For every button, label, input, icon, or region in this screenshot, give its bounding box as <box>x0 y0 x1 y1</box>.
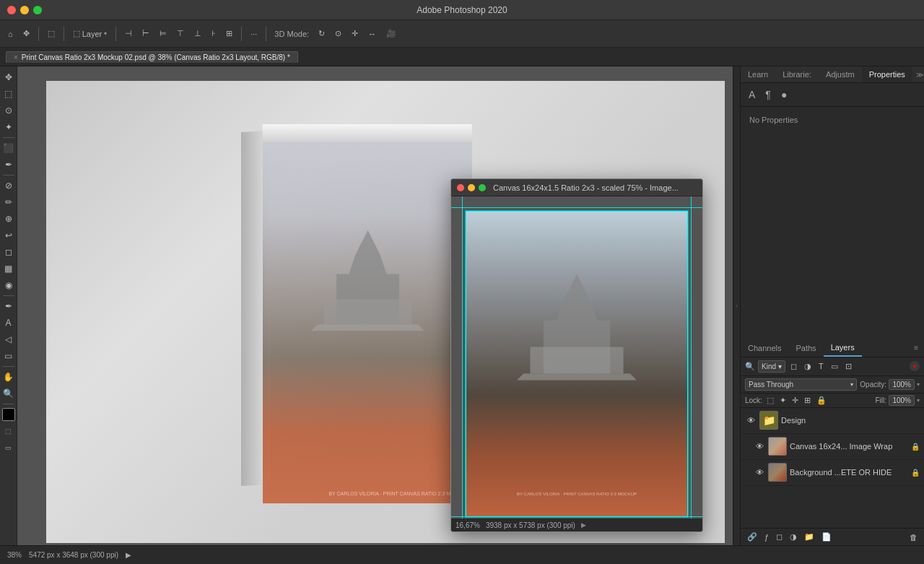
filter-toggle-btn[interactable]: ● <box>910 361 920 371</box>
channels-mask[interactable]: ⬚ <box>1 423 17 439</box>
select-tool[interactable]: ⬚ <box>1 86 17 102</box>
blur-tool[interactable]: ◉ <box>1 277 17 293</box>
align-extra-button[interactable]: ⊞ <box>222 27 236 40</box>
new-group-btn[interactable]: 📁 <box>802 531 816 543</box>
layer-visibility-toggle[interactable]: 👁 <box>754 441 765 452</box>
align-top-button[interactable]: ⊤ <box>173 27 188 40</box>
lock-all-btn[interactable]: 🔒 <box>815 395 828 406</box>
tab-close-button[interactable]: × <box>14 53 18 61</box>
align-center-v-button[interactable]: ⊥ <box>191 27 205 40</box>
layer-item[interactable]: 👁 Background ...ETE OR HIDE 🔒 <box>741 460 924 486</box>
history-tool[interactable]: ↩ <box>1 227 17 243</box>
align-right-button[interactable]: ⊨ <box>156 27 170 40</box>
document-tab[interactable]: × Print Canvas Ratio 2x3 Mockup 02.psd @… <box>6 51 298 63</box>
brush-tool[interactable]: ✏ <box>1 194 17 210</box>
filter-shape-btn[interactable]: ▭ <box>829 360 840 373</box>
add-mask-btn[interactable]: ◻ <box>774 531 785 543</box>
maximize-button[interactable] <box>33 6 42 14</box>
prop-text-btn[interactable]: A <box>746 87 757 102</box>
tab-layers[interactable]: Layers <box>824 339 862 357</box>
layers-expand-icon[interactable]: ≡ <box>908 340 924 355</box>
move-tool-button[interactable]: ✥ <box>19 27 33 40</box>
tab-paths[interactable]: Paths <box>788 340 823 356</box>
lock-position-btn[interactable]: ✛ <box>790 395 800 406</box>
crop-tool[interactable]: ⬛ <box>1 140 17 156</box>
layer-item[interactable]: 👁 📁 Design <box>741 408 924 434</box>
layer-item[interactable]: 👁 Canvas 16x24... Image Wrap 🔒 <box>741 434 924 460</box>
pen-tool[interactable]: ✒ <box>1 298 17 314</box>
3d-btn2[interactable]: ⊙ <box>331 27 345 40</box>
more-button[interactable]: ··· <box>247 27 261 40</box>
filter-type-btn[interactable]: T <box>816 360 826 372</box>
tab-channels[interactable]: Channels <box>741 340 788 356</box>
lock-artboard-btn[interactable]: ⊞ <box>803 395 812 406</box>
status-arrow[interactable]: ▶ <box>126 551 131 559</box>
3d-btn3[interactable]: ✛ <box>348 27 362 40</box>
filter-smart-btn[interactable]: ⊡ <box>843 360 854 373</box>
layer-visibility-toggle[interactable]: 👁 <box>754 467 765 478</box>
new-fill-btn[interactable]: ◑ <box>788 531 799 543</box>
healing-tool[interactable]: ⊘ <box>1 178 17 194</box>
zoom-tool[interactable]: 🔍 <box>1 386 17 402</box>
clone-tool[interactable]: ⊕ <box>1 211 17 227</box>
tool-separator <box>3 137 14 138</box>
move-tool[interactable]: ✥ <box>1 69 17 85</box>
floating-window-title: Canvas 16x24x1.5 Ratio 2x3 - scaled 75% … <box>493 183 697 192</box>
expand-icon[interactable]: ≫ <box>912 67 924 82</box>
3d-btn5[interactable]: 🎥 <box>383 27 400 40</box>
filter-adjust-btn[interactable]: ◑ <box>802 360 814 373</box>
lock-image-btn[interactable]: ✦ <box>778 395 788 406</box>
shape-tool[interactable]: ▭ <box>1 348 17 364</box>
eyedropper-tool[interactable]: ✒ <box>1 157 17 173</box>
screen-mode[interactable]: ▭ <box>1 440 17 456</box>
tab-properties[interactable]: Properties <box>862 66 912 82</box>
3d-mode-button[interactable]: ↻ <box>315 27 328 40</box>
close-button[interactable] <box>7 6 16 14</box>
prop-circle-btn[interactable]: ● <box>779 87 789 102</box>
gradient-tool[interactable]: ▦ <box>1 261 17 277</box>
layer-button[interactable]: ⬚ Layer ▾ <box>69 27 111 40</box>
3d-btn4[interactable]: ↔ <box>365 27 380 40</box>
filter-pixel-btn[interactable]: ◻ <box>788 360 799 373</box>
opacity-chevron[interactable]: ▾ <box>917 381 920 388</box>
floating-canvas-window[interactable]: Canvas 16x24x1.5 Ratio 2x3 - scaled 75% … <box>450 178 703 532</box>
lock-transparent-btn[interactable]: ⬚ <box>765 395 775 406</box>
delete-layer-btn[interactable]: 🗑 <box>907 532 920 543</box>
opacity-input[interactable] <box>889 379 915 390</box>
floating-maximize-button[interactable] <box>479 184 486 191</box>
window-controls[interactable] <box>7 6 42 14</box>
floating-minimize-button[interactable] <box>468 184 475 191</box>
blend-mode-dropdown[interactable]: Pass Through ▾ <box>745 378 857 391</box>
artboard-button[interactable]: ⬚ <box>44 27 58 40</box>
add-style-btn[interactable]: ƒ <box>762 532 771 543</box>
new-layer-btn[interactable]: 📄 <box>819 531 834 543</box>
tab-learn[interactable]: Learn <box>741 66 775 82</box>
align-center-h-button[interactable]: ⊢ <box>139 27 153 40</box>
hand-tool[interactable]: ✋ <box>1 369 17 385</box>
layer-thumbnail: 📁 <box>759 411 778 430</box>
floating-window-controls[interactable] <box>457 184 486 191</box>
fill-input[interactable] <box>889 395 915 406</box>
layer-name: Background ...ETE OR HIDE <box>790 468 908 477</box>
prop-para-btn[interactable]: ¶ <box>763 87 773 102</box>
align-bottom-button[interactable]: ⊦ <box>208 27 219 40</box>
type-tool[interactable]: A <box>1 315 17 331</box>
path-tool[interactable]: ◁ <box>1 331 17 347</box>
fill-chevron[interactable]: ▾ <box>917 397 920 404</box>
tab-adjustments[interactable]: Adjustm <box>819 66 862 82</box>
lasso-tool[interactable]: ⊙ <box>1 103 17 118</box>
minimize-button[interactable] <box>20 6 29 14</box>
panel-collapse-handle[interactable]: ‹ <box>733 66 740 545</box>
layer-visibility-toggle[interactable]: 👁 <box>745 415 757 426</box>
floating-arrow[interactable]: ▶ <box>581 521 586 529</box>
home-button[interactable]: ⌂ <box>4 27 17 40</box>
align-left-button[interactable]: ⊣ <box>121 27 136 40</box>
tab-libraries[interactable]: Librarie: <box>775 66 819 82</box>
kind-dropdown[interactable]: Kind ▾ <box>758 360 785 373</box>
eraser-tool[interactable]: ◻ <box>1 244 17 260</box>
floating-close-button[interactable] <box>457 184 464 191</box>
link-layers-btn[interactable]: 🔗 <box>745 531 759 543</box>
foreground-bg-color[interactable] <box>2 408 15 421</box>
magic-wand-tool[interactable]: ✦ <box>1 119 17 135</box>
canvas-top-face <box>263 124 473 142</box>
